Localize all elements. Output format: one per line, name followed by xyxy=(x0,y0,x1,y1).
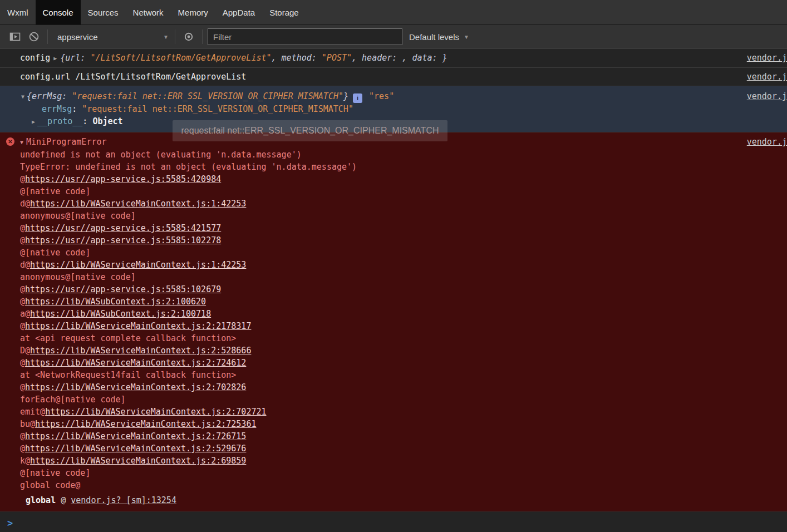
stack-frame: @https://lib/WAServiceMainContext.js:2:5… xyxy=(20,442,740,455)
chevron-down-icon: ▼ xyxy=(464,34,469,40)
property-value: "request:fail net::ERR_SSL_VERSION_OR_CI… xyxy=(82,104,353,114)
source-link[interactable]: vendor.j xyxy=(747,71,787,83)
log-levels-dropdown[interactable]: Default levels ▼ xyxy=(409,32,469,42)
error-title-line: ▼MiniProgramError xyxy=(20,136,740,149)
stack-trace: @https://usr//app-service.js:5585:420984… xyxy=(20,173,740,491)
error-message: TypeError: undefined is not an object (e… xyxy=(20,161,740,173)
stack-source-link[interactable]: https://usr//app-service.js:5585:102679 xyxy=(25,284,221,294)
stack-frame: a@https://lib/WASubContext.js:2:100718 xyxy=(20,308,740,320)
execution-context-label: appservice xyxy=(57,32,98,42)
stack-frame: @https://lib/WAServiceMainContext.js:2:2… xyxy=(20,320,740,332)
stack-frame: @[native code] xyxy=(20,185,740,198)
console-log-area: config▶{url: "/LitSoft/LitsoftRom/GetApp… xyxy=(0,49,787,532)
stack-source-link[interactable]: https://lib/WASubContext.js:2:100718 xyxy=(30,309,211,319)
stack-source-link[interactable]: https://lib/WAServiceMainContext.js:2:70… xyxy=(45,407,266,417)
stack-source-link[interactable]: https://lib/WAServiceMainContext.js:2:21… xyxy=(25,321,251,331)
stack-source-link[interactable]: https://lib/WAServiceMainContext.js:2:72… xyxy=(25,431,246,441)
stack-frame: @https://lib/WAServiceMainContext.js:2:7… xyxy=(20,357,740,369)
expand-toggle-icon[interactable]: ▶ xyxy=(32,116,35,128)
error-origin-line: global @ vendor.js? [sm]:13254 xyxy=(26,494,740,506)
stack-source-link[interactable]: https://lib/WAServiceMainContext.js:2:70… xyxy=(25,382,246,392)
property-key: errMsg xyxy=(42,104,72,114)
log-row-config-object: config▶{url: "/LitSoft/LitsoftRom/GetApp… xyxy=(0,49,787,68)
log-levels-label: Default levels xyxy=(409,32,459,42)
log-label: config.url xyxy=(20,72,70,82)
stack-frame: d@https://lib/WAServiceMainContext.js:1:… xyxy=(20,259,740,271)
config-object-preview: {url: "/LitSoft/LitsoftRom/GetApproveLis… xyxy=(60,53,447,63)
object-property-row: errMsg: "request:fail net::ERR_SSL_VERSI… xyxy=(42,103,740,115)
stack-frame: D@https://lib/WAServiceMainContext.js:2:… xyxy=(20,344,740,357)
console-prompt[interactable]: > xyxy=(0,511,787,532)
stack-frame: global code@ xyxy=(20,479,740,491)
errmsg-object-preview-line: ▼{errMsg: "request:fail net::ERR_SSL_VER… xyxy=(21,90,740,103)
log-label: config xyxy=(20,53,50,63)
error-message: undefined is not an object (evaluating '… xyxy=(20,149,740,161)
log-value: /LitSoft/LitsoftRom/GetApproveList xyxy=(75,72,246,82)
show-drawer-icon[interactable] xyxy=(8,30,22,43)
source-link[interactable]: vendor.j xyxy=(747,90,787,102)
tab-wxml[interactable]: Wxml xyxy=(0,0,36,24)
stack-frame: @https://lib/WASubContext.js:2:100620 xyxy=(20,295,740,308)
stack-frame: @https://usr//app-service.js:5585:102679 xyxy=(20,283,740,295)
stack-frame: emit@https://lib/WAServiceMainContext.js… xyxy=(20,406,740,418)
clear-console-icon[interactable] xyxy=(27,30,41,43)
stack-source-link[interactable]: https://lib/WAServiceMainContext.js:2:69… xyxy=(30,456,246,466)
stack-source-link[interactable]: https://lib/WAServiceMainContext.js:2:52… xyxy=(25,444,246,454)
stack-source-link[interactable]: https://lib/WAServiceMainContext.js:2:52… xyxy=(30,346,251,356)
stack-source-link[interactable]: https://lib/WAServiceMainContext.js:2:72… xyxy=(25,358,246,368)
console-toolbar: appservice ▼ Default levels ▼ xyxy=(0,25,787,49)
origin-source-link[interactable]: vendor.js? [sm]:13254 xyxy=(71,495,176,505)
object-property-row: ▶__proto__: Object xyxy=(32,115,740,128)
tab-storage[interactable]: Storage xyxy=(262,0,306,24)
toolbar-divider xyxy=(175,29,175,44)
execution-context-selector[interactable]: appservice ▼ xyxy=(52,32,171,42)
collapse-toggle-icon[interactable]: ▼ xyxy=(21,91,24,103)
log-tag: "res" xyxy=(369,91,394,101)
expand-toggle-icon[interactable]: ▶ xyxy=(53,52,57,65)
prompt-chevron-icon: > xyxy=(7,517,13,529)
stack-frame: at <NetworkRequest14fail callback functi… xyxy=(20,369,740,381)
stack-frame: @https://usr//app-service.js:5585:421577 xyxy=(20,222,740,234)
stack-frame: @https://usr//app-service.js:5585:420984 xyxy=(20,173,740,185)
stack-frame: k@https://lib/WAServiceMainContext.js:2:… xyxy=(20,455,740,467)
log-row-errmsg-object: ▼{errMsg: "request:fail net::ERR_SSL_VER… xyxy=(0,86,787,132)
stack-source-link[interactable]: https://usr//app-service.js:5585:102278 xyxy=(25,235,221,245)
toolbar-divider xyxy=(47,29,48,44)
chevron-down-icon: ▼ xyxy=(163,34,169,40)
stack-source-link[interactable]: https://lib/WAServiceMainContext.js:2:72… xyxy=(35,419,256,429)
object-preview-string: "request:fail net::ERR_SSL_VERSION_OR_CI… xyxy=(72,91,343,101)
stack-source-link[interactable]: https://lib/WASubContext.js:2:100620 xyxy=(25,297,206,307)
filter-input[interactable] xyxy=(208,28,402,45)
stack-frame: d@https://lib/WAServiceMainContext.js:1:… xyxy=(20,198,740,210)
stack-source-link[interactable]: https://usr//app-service.js:5585:420984 xyxy=(25,174,221,184)
stack-frame: bu@https://lib/WAServiceMainContext.js:2… xyxy=(20,418,740,430)
toolbar-divider xyxy=(202,29,203,44)
stack-source-link[interactable]: https://lib/WAServiceMainContext.js:1:42… xyxy=(30,199,246,209)
stack-source-link[interactable]: https://usr//app-service.js:5585:421577 xyxy=(25,223,221,233)
eye-icon[interactable] xyxy=(182,30,195,43)
stack-frame: at <api request complete callback functi… xyxy=(20,332,740,344)
stack-source-link[interactable]: https://lib/WAServiceMainContext.js:1:42… xyxy=(30,260,246,270)
tab-appdata[interactable]: AppData xyxy=(215,0,262,24)
error-icon: ✕ xyxy=(6,137,14,146)
log-row-config-url: config.url /LitSoft/LitsoftRom/GetApprov… xyxy=(0,68,787,86)
tab-network[interactable]: Network xyxy=(126,0,171,24)
stack-frame: @[native code] xyxy=(20,247,740,259)
error-title: MiniProgramError xyxy=(26,137,107,147)
stack-frame: anonymous@[native code] xyxy=(20,271,740,283)
origin-scope: global xyxy=(26,495,56,505)
source-link[interactable]: vendor.j xyxy=(747,136,787,148)
collapse-toggle-icon[interactable]: ▼ xyxy=(20,136,23,149)
tab-sources[interactable]: Sources xyxy=(81,0,126,24)
tab-memory[interactable]: Memory xyxy=(171,0,215,24)
stack-frame: @[native code] xyxy=(20,467,740,479)
tab-console[interactable]: Console xyxy=(36,0,81,24)
property-value: Object xyxy=(92,116,122,126)
source-link[interactable]: vendor.j xyxy=(747,52,787,64)
stack-frame: @https://lib/WAServiceMainContext.js:2:7… xyxy=(20,381,740,393)
stack-frame: @https://lib/WAServiceMainContext.js:2:7… xyxy=(20,430,740,442)
log-row-miniprogram-error: ✕ ▼MiniProgramError undefined is not an … xyxy=(0,132,787,511)
object-preview-close: } xyxy=(343,91,348,101)
info-badge-icon[interactable]: i xyxy=(353,93,362,103)
property-key: __proto__ xyxy=(37,116,82,126)
